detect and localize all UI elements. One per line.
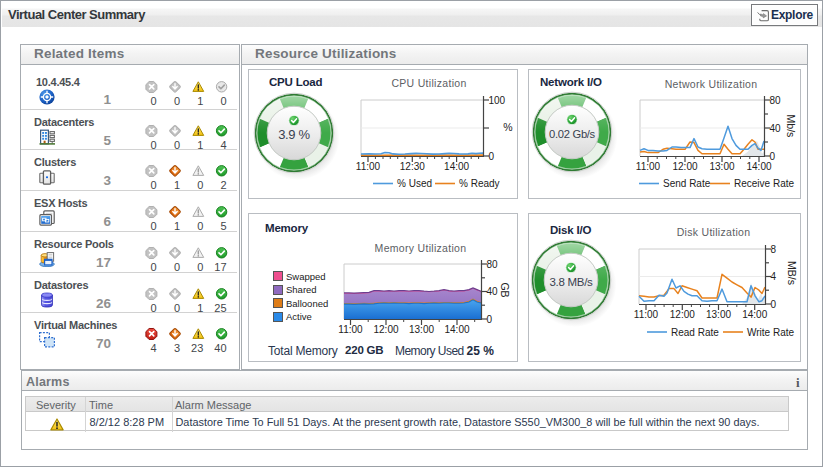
svg-text:% Used: % Used (397, 178, 432, 189)
svg-text:Receive Rate: Receive Rate (734, 178, 794, 189)
svg-text:%: % (503, 121, 512, 133)
svg-text:11:00: 11:00 (636, 161, 661, 172)
svg-text:13:00: 13:00 (706, 309, 731, 320)
svg-text:4: 4 (771, 271, 777, 282)
svg-text:12:00: 12:00 (373, 324, 398, 335)
svg-text:% Ready: % Ready (459, 178, 500, 189)
svg-text:Write Rate: Write Rate (747, 327, 794, 338)
svg-text:Mb/s: Mb/s (785, 115, 797, 138)
svg-text:Read Rate: Read Rate (671, 327, 719, 338)
svg-text:GB: GB (499, 282, 511, 297)
svg-text:13:00: 13:00 (709, 161, 734, 172)
svg-text:100: 100 (489, 95, 506, 106)
svg-text:14:00: 14:00 (444, 161, 469, 172)
svg-text:80: 80 (770, 95, 782, 106)
svg-text:0: 0 (771, 299, 777, 310)
svg-text:8: 8 (771, 244, 777, 255)
svg-text:12:00: 12:00 (672, 161, 697, 172)
svg-text:40: 40 (770, 123, 782, 134)
svg-text:12:00: 12:00 (670, 309, 695, 320)
svg-text:40: 40 (487, 286, 499, 297)
svg-text:11:00: 11:00 (634, 309, 659, 320)
svg-text:80: 80 (487, 259, 499, 270)
svg-text:14:00: 14:00 (742, 309, 767, 320)
svg-text:11:00: 11:00 (356, 161, 381, 172)
svg-text:0: 0 (770, 151, 776, 162)
svg-text:MB/s: MB/s (786, 261, 798, 285)
svg-text:3.9 %: 3.9 % (278, 126, 310, 141)
svg-text:Send Rate: Send Rate (663, 178, 711, 189)
svg-text:0.02 Gb/s: 0.02 Gb/s (549, 127, 596, 139)
svg-text:3.8 MB/s: 3.8 MB/s (550, 276, 594, 288)
svg-text:13:00: 13:00 (409, 324, 434, 335)
svg-text:11:00: 11:00 (338, 324, 363, 335)
svg-text:12:30: 12:30 (400, 161, 425, 172)
svg-text:14:00: 14:00 (746, 161, 771, 172)
svg-text:14:00: 14:00 (444, 324, 469, 335)
svg-text:0: 0 (489, 151, 495, 162)
svg-text:0: 0 (487, 314, 493, 325)
